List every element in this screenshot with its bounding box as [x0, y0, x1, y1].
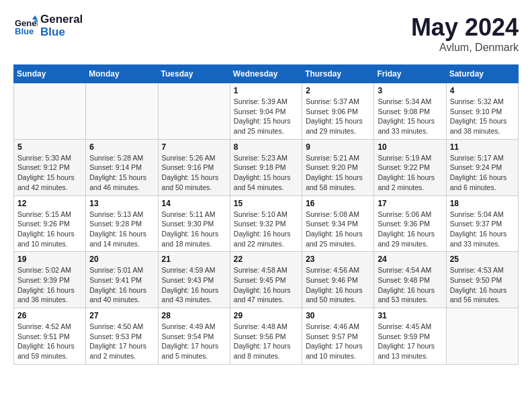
- calendar-cell: 14Sunrise: 5:11 AMSunset: 9:30 PMDayligh…: [158, 195, 230, 252]
- logo: General Blue General Blue: [13, 13, 83, 38]
- calendar-cell: 8Sunrise: 5:23 AMSunset: 9:18 PMDaylight…: [230, 139, 302, 195]
- calendar-cell: [14, 83, 86, 140]
- calendar-cell: 2Sunrise: 5:37 AMSunset: 9:06 PMDaylight…: [302, 83, 374, 140]
- calendar-cell: 23Sunrise: 4:56 AMSunset: 9:46 PMDayligh…: [302, 252, 374, 308]
- calendar-cell: 16Sunrise: 5:08 AMSunset: 9:34 PMDayligh…: [302, 195, 374, 252]
- cell-date-number: 3: [378, 86, 442, 95]
- week-row-5: 26Sunrise: 4:52 AMSunset: 9:51 PMDayligh…: [14, 308, 519, 365]
- calendar-cell: 17Sunrise: 5:06 AMSunset: 9:36 PMDayligh…: [374, 195, 446, 252]
- calendar-cell: 22Sunrise: 4:58 AMSunset: 9:45 PMDayligh…: [230, 252, 302, 308]
- cell-date-number: 27: [89, 311, 154, 320]
- cell-date-number: 14: [162, 199, 226, 208]
- day-header-saturday: Saturday: [446, 65, 518, 83]
- cell-date-number: 19: [17, 255, 82, 264]
- cell-info-text: Sunrise: 5:32 AMSunset: 9:10 PMDaylight:…: [450, 97, 515, 136]
- calendar-cell: 10Sunrise: 5:19 AMSunset: 9:22 PMDayligh…: [374, 139, 446, 195]
- cell-date-number: 30: [306, 311, 370, 320]
- cell-info-text: Sunrise: 4:54 AMSunset: 9:48 PMDaylight:…: [378, 265, 442, 305]
- cell-info-text: Sunrise: 4:52 AMSunset: 9:51 PMDaylight:…: [17, 322, 82, 361]
- logo-text: General Blue: [40, 13, 83, 38]
- day-header-sunday: Sunday: [14, 65, 86, 83]
- cell-date-number: 16: [306, 199, 370, 208]
- week-row-2: 5Sunrise: 5:30 AMSunset: 9:12 PMDaylight…: [14, 139, 519, 195]
- cell-date-number: 18: [450, 199, 515, 208]
- cell-date-number: 17: [378, 199, 442, 208]
- calendar-cell: 24Sunrise: 4:54 AMSunset: 9:48 PMDayligh…: [374, 252, 446, 308]
- cell-date-number: 23: [306, 255, 370, 264]
- cell-info-text: Sunrise: 5:04 AMSunset: 9:37 PMDaylight:…: [450, 210, 515, 249]
- cell-date-number: 15: [234, 199, 298, 208]
- cell-date-number: 31: [378, 311, 442, 320]
- calendar-cell: 7Sunrise: 5:26 AMSunset: 9:16 PMDaylight…: [158, 139, 230, 195]
- calendar-cell: 11Sunrise: 5:17 AMSunset: 9:24 PMDayligh…: [446, 139, 518, 195]
- calendar-cell: 3Sunrise: 5:34 AMSunset: 9:08 PMDaylight…: [374, 83, 446, 140]
- day-header-thursday: Thursday: [302, 65, 374, 83]
- cell-info-text: Sunrise: 5:08 AMSunset: 9:34 PMDaylight:…: [306, 210, 370, 249]
- cell-info-text: Sunrise: 4:59 AMSunset: 9:43 PMDaylight:…: [162, 265, 226, 305]
- calendar-cell: 21Sunrise: 4:59 AMSunset: 9:43 PMDayligh…: [158, 252, 230, 308]
- cell-date-number: 7: [162, 142, 226, 152]
- header: General Blue General Blue May 2024 Avlum…: [13, 13, 519, 54]
- calendar-cell: 1Sunrise: 5:39 AMSunset: 9:04 PMDaylight…: [230, 83, 302, 140]
- calendar-cell: 19Sunrise: 5:02 AMSunset: 9:39 PMDayligh…: [14, 252, 86, 308]
- svg-marker-2: [32, 15, 38, 19]
- day-header-tuesday: Tuesday: [158, 65, 230, 83]
- cell-date-number: 1: [234, 86, 298, 95]
- cell-date-number: 2: [306, 86, 370, 95]
- cell-info-text: Sunrise: 5:23 AMSunset: 9:18 PMDaylight:…: [234, 153, 298, 193]
- cell-date-number: 25: [450, 255, 515, 264]
- title-block: May 2024 Avlum, Denmark: [411, 13, 519, 54]
- calendar-cell: 18Sunrise: 5:04 AMSunset: 9:37 PMDayligh…: [446, 195, 518, 252]
- cell-info-text: Sunrise: 4:50 AMSunset: 9:53 PMDaylight:…: [89, 322, 154, 361]
- cell-info-text: Sunrise: 4:56 AMSunset: 9:46 PMDaylight:…: [306, 265, 370, 305]
- cell-info-text: Sunrise: 5:39 AMSunset: 9:04 PMDaylight:…: [234, 97, 298, 136]
- cell-info-text: Sunrise: 5:11 AMSunset: 9:30 PMDaylight:…: [162, 210, 226, 249]
- cell-date-number: 9: [306, 142, 370, 152]
- cell-info-text: Sunrise: 5:26 AMSunset: 9:16 PMDaylight:…: [162, 153, 226, 193]
- cell-date-number: 12: [17, 199, 82, 208]
- cell-date-number: 10: [378, 142, 442, 152]
- calendar-cell: 20Sunrise: 5:01 AMSunset: 9:41 PMDayligh…: [86, 252, 158, 308]
- cell-date-number: 13: [89, 199, 154, 208]
- calendar-cell: [446, 308, 518, 365]
- cell-info-text: Sunrise: 5:28 AMSunset: 9:14 PMDaylight:…: [89, 153, 154, 193]
- week-row-3: 12Sunrise: 5:15 AMSunset: 9:26 PMDayligh…: [14, 195, 519, 252]
- cell-info-text: Sunrise: 5:06 AMSunset: 9:36 PMDaylight:…: [378, 210, 442, 249]
- cell-info-text: Sunrise: 5:10 AMSunset: 9:32 PMDaylight:…: [234, 210, 298, 249]
- cell-info-text: Sunrise: 5:01 AMSunset: 9:41 PMDaylight:…: [89, 265, 154, 305]
- calendar-cell: 30Sunrise: 4:46 AMSunset: 9:57 PMDayligh…: [302, 308, 374, 365]
- cell-date-number: 11: [450, 142, 515, 152]
- cell-date-number: 24: [378, 255, 442, 264]
- calendar-cell: [158, 83, 230, 140]
- day-header-monday: Monday: [86, 65, 158, 83]
- cell-info-text: Sunrise: 4:46 AMSunset: 9:57 PMDaylight:…: [306, 322, 370, 361]
- logo-icon: General Blue: [13, 14, 38, 38]
- calendar-cell: 26Sunrise: 4:52 AMSunset: 9:51 PMDayligh…: [14, 308, 86, 365]
- calendar-cell: 6Sunrise: 5:28 AMSunset: 9:14 PMDaylight…: [86, 139, 158, 195]
- cell-info-text: Sunrise: 5:34 AMSunset: 9:08 PMDaylight:…: [378, 97, 442, 136]
- calendar-cell: 27Sunrise: 4:50 AMSunset: 9:53 PMDayligh…: [86, 308, 158, 365]
- cell-info-text: Sunrise: 5:19 AMSunset: 9:22 PMDaylight:…: [378, 153, 442, 193]
- calendar-cell: 29Sunrise: 4:48 AMSunset: 9:56 PMDayligh…: [230, 308, 302, 365]
- svg-text:Blue: Blue: [15, 26, 34, 36]
- calendar-cell: 28Sunrise: 4:49 AMSunset: 9:54 PMDayligh…: [158, 308, 230, 365]
- day-header-wednesday: Wednesday: [230, 65, 302, 83]
- calendar-cell: 12Sunrise: 5:15 AMSunset: 9:26 PMDayligh…: [14, 195, 86, 252]
- page-container: General Blue General Blue May 2024 Avlum…: [0, 0, 532, 378]
- cell-info-text: Sunrise: 4:45 AMSunset: 9:59 PMDaylight:…: [378, 322, 442, 361]
- calendar-cell: 15Sunrise: 5:10 AMSunset: 9:32 PMDayligh…: [230, 195, 302, 252]
- cell-date-number: 26: [17, 311, 82, 320]
- cell-info-text: Sunrise: 5:37 AMSunset: 9:06 PMDaylight:…: [306, 97, 370, 136]
- calendar-cell: [86, 83, 158, 140]
- calendar-cell: 4Sunrise: 5:32 AMSunset: 9:10 PMDaylight…: [446, 83, 518, 140]
- cell-info-text: Sunrise: 5:30 AMSunset: 9:12 PMDaylight:…: [17, 153, 82, 193]
- cell-date-number: 22: [234, 255, 298, 264]
- cell-date-number: 4: [450, 86, 515, 95]
- day-header-row: SundayMondayTuesdayWednesdayThursdayFrid…: [14, 65, 519, 83]
- month-year-title: May 2024: [411, 13, 519, 42]
- cell-info-text: Sunrise: 5:17 AMSunset: 9:24 PMDaylight:…: [450, 153, 515, 193]
- cell-date-number: 21: [162, 255, 226, 264]
- calendar-cell: 31Sunrise: 4:45 AMSunset: 9:59 PMDayligh…: [374, 308, 446, 365]
- calendar-cell: 5Sunrise: 5:30 AMSunset: 9:12 PMDaylight…: [14, 139, 86, 195]
- calendar-cell: 25Sunrise: 4:53 AMSunset: 9:50 PMDayligh…: [446, 252, 518, 308]
